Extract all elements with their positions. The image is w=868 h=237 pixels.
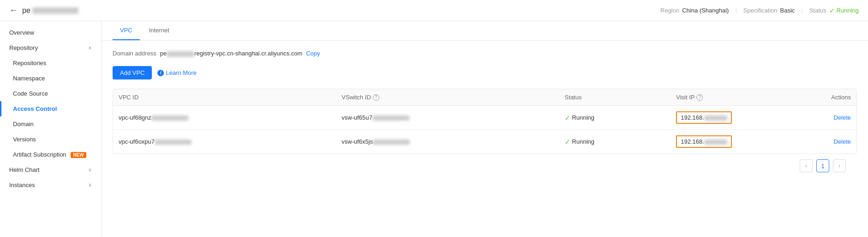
sidebar-item-helm-chart[interactable]: Helm Chart ∨ [0, 162, 101, 177]
app-container: ← pe Region China (Shanghai) | Specifica… [0, 0, 868, 237]
table-row: vpc-uf68gnz vsw-uf65u7 ✓ Running [113, 106, 856, 130]
vpc-id-blurred-1 [151, 115, 188, 121]
actions-cell-2: Delete [804, 130, 856, 154]
sidebar-item-versions[interactable]: Versions [0, 132, 101, 147]
chevron-up-icon: ∧ [88, 45, 92, 51]
back-button[interactable]: ← [9, 6, 18, 15]
pagination-prev[interactable]: ‹ [800, 159, 813, 172]
new-badge: NEW [71, 152, 86, 158]
status-check-icon-2: ✓ [565, 138, 570, 146]
col-header-vpc-id: VPC ID [113, 89, 336, 106]
chevron-down-icon: ∨ [88, 167, 92, 173]
learn-more-link[interactable]: i Learn More [157, 69, 196, 76]
region-value: China (Shanghai) [682, 7, 729, 14]
sidebar-item-domain[interactable]: Domain [0, 116, 101, 132]
col-header-status: Status [559, 89, 671, 106]
sidebar-item-repositories[interactable]: Repositories [0, 55, 101, 71]
vpc-id-cell-1: vpc-uf68gnz [113, 106, 336, 130]
col-header-actions: Actions [804, 89, 856, 106]
chevron-down-icon-instances: ∨ [88, 182, 92, 188]
specification-label: Specification [743, 7, 778, 14]
vpc-id-cell-2: vpc-uf6oxpu7 [113, 130, 336, 154]
pagination: ‹ 1 › [113, 154, 857, 178]
specification-value: Basic [780, 7, 795, 14]
status-label: Status [809, 7, 826, 14]
delete-button-1[interactable]: Delete [833, 114, 851, 121]
copy-button[interactable]: Copy [306, 50, 320, 57]
vswitch-id-cell-1: vsw-uf65u7 [336, 106, 559, 130]
vpc-table: VPC ID VSwitch ID ? Status [113, 89, 857, 154]
pagination-page-1[interactable]: 1 [816, 159, 829, 172]
col-header-visit-ip: Visit IP ? [670, 89, 804, 106]
table-row: vpc-uf6oxpu7 vsw-uf6x5js ✓ Running [113, 130, 856, 154]
region-label: Region [660, 7, 679, 14]
visit-ip-highlight-1: 192.168. [676, 111, 732, 124]
domain-row: Domain address peregistry-vpc.cn-shangha… [113, 50, 857, 57]
sidebar-item-overview[interactable]: Overview [0, 25, 101, 40]
content-body: Domain address peregistry-vpc.cn-shangha… [102, 41, 868, 187]
info-icon: i [157, 70, 164, 76]
next-icon: › [838, 163, 840, 169]
vswitch-id-blurred-1 [372, 115, 409, 121]
prev-icon: ‹ [805, 163, 807, 169]
sidebar-item-code-source[interactable]: Code Source [0, 86, 101, 101]
action-row: Add VPC i Learn More [113, 66, 857, 79]
sidebar-item-artifact-subscription[interactable]: Artifact Subscription NEW [0, 147, 101, 162]
pagination-next[interactable]: › [833, 159, 846, 172]
status-cell-2: ✓ Running [559, 130, 671, 154]
vswitch-id-cell-2: vsw-uf6x5js [336, 130, 559, 154]
visit-ip-cell-2: 192.168. [670, 130, 804, 154]
main-layout: Overview Repository ∧ Repositories Names… [0, 21, 868, 237]
tabs-bar: VPC Internet [102, 21, 868, 41]
status-value: ✓ Running [829, 7, 859, 14]
tab-internet[interactable]: Internet [142, 21, 177, 40]
header-right: Region China (Shanghai) | Specification … [660, 7, 859, 14]
ip-blurred-2 [704, 140, 727, 145]
domain-blurred [167, 51, 194, 57]
tab-vpc[interactable]: VPC [113, 21, 140, 40]
visit-ip-help-icon[interactable]: ? [696, 94, 703, 101]
sidebar-item-namespace[interactable]: Namespace [0, 71, 101, 86]
actions-cell-1: Delete [804, 106, 856, 130]
page-title: pe [22, 6, 78, 15]
vpc-id-blurred-2 [155, 140, 192, 145]
vswitch-help-icon[interactable]: ? [373, 94, 379, 101]
sidebar-item-access-control[interactable]: Access Control [0, 101, 101, 116]
sidebar: Overview Repository ∧ Repositories Names… [0, 21, 102, 237]
check-icon: ✓ [829, 7, 835, 14]
vswitch-id-blurred-2 [373, 140, 410, 145]
col-header-vswitch-id: VSwitch ID ? [336, 89, 559, 106]
sidebar-item-repository[interactable]: Repository ∧ [0, 40, 101, 55]
top-header: ← pe Region China (Shanghai) | Specifica… [0, 0, 868, 21]
visit-ip-highlight-2: 192.168. [676, 135, 732, 148]
content-area: VPC Internet Domain address peregistry-v… [102, 21, 868, 237]
delete-button-2[interactable]: Delete [833, 138, 851, 145]
visit-ip-cell-1: 192.168. [670, 106, 804, 130]
status-check-icon-1: ✓ [565, 114, 570, 122]
title-blurred [32, 7, 78, 14]
header-left: ← pe [9, 6, 78, 15]
sidebar-item-instances[interactable]: Instances ∨ [0, 177, 101, 193]
domain-label: Domain address [113, 50, 156, 57]
status-cell-1: ✓ Running [559, 106, 671, 130]
ip-blurred-1 [704, 115, 727, 121]
add-vpc-button[interactable]: Add VPC [113, 66, 152, 79]
domain-value: peregistry-vpc.cn-shanghai.cr.aliyuncs.c… [160, 50, 303, 57]
